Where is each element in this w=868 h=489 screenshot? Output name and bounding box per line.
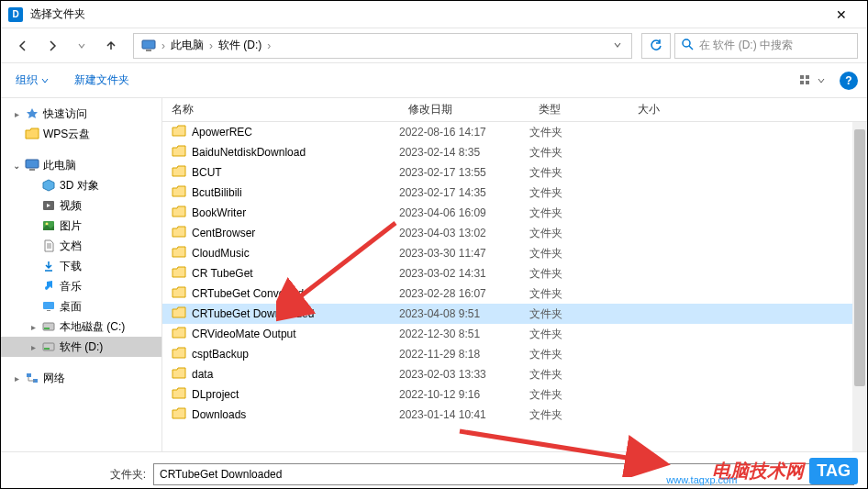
sidebar-music[interactable]: 音乐 bbox=[1, 276, 161, 296]
file-row[interactable]: BaiduNetdiskDownload2023-02-14 8:35文件夹 bbox=[162, 142, 867, 162]
folder-input[interactable] bbox=[153, 463, 854, 485]
file-date: 2022-12-30 8:51 bbox=[399, 328, 529, 340]
file-name: CRVideoMate Output bbox=[192, 328, 296, 340]
sidebar-this-pc[interactable]: ⌄此电脑 bbox=[1, 155, 161, 175]
network-icon bbox=[25, 371, 39, 385]
sidebar-desktop[interactable]: 桌面 bbox=[1, 296, 161, 317]
breadcrumb-sep: › bbox=[209, 39, 213, 52]
file-date: 2023-04-03 13:02 bbox=[399, 227, 529, 239]
file-date: 2023-02-03 13:33 bbox=[399, 368, 529, 381]
file-row[interactable]: CRTubeGet Converted2023-02-28 16:07文件夹 bbox=[162, 283, 867, 304]
organize-menu[interactable]: 组织 bbox=[10, 69, 54, 92]
folder-icon bbox=[172, 306, 186, 322]
file-row[interactable]: csptBackup2022-11-29 8:18文件夹 bbox=[162, 344, 867, 364]
file-row[interactable]: BcutBilibili2023-02-17 14:35文件夹 bbox=[162, 183, 867, 203]
desktop-icon bbox=[41, 299, 56, 314]
file-list[interactable]: ApowerREC2022-08-16 14:17文件夹BaiduNetdisk… bbox=[162, 122, 867, 451]
file-name: BaiduNetdiskDownload bbox=[192, 146, 306, 159]
file-type: 文件夹 bbox=[529, 206, 629, 221]
back-button[interactable] bbox=[10, 33, 36, 59]
folder-icon bbox=[172, 286, 186, 302]
address-bar[interactable]: › 此电脑 › 软件 (D:) › bbox=[133, 33, 632, 59]
file-type: 文件夹 bbox=[529, 226, 629, 241]
svg-rect-20 bbox=[44, 328, 50, 329]
folder-icon bbox=[172, 165, 186, 181]
sidebar-documents[interactable]: 文档 bbox=[1, 236, 161, 256]
navbar: › 此电脑 › 软件 (D:) › 在 软件 (D:) 中搜索 bbox=[1, 28, 867, 63]
column-size[interactable]: 大小 bbox=[629, 102, 702, 117]
sidebar-videos[interactable]: 视频 bbox=[1, 195, 161, 216]
image-icon bbox=[41, 218, 56, 233]
file-name: CloudMusic bbox=[192, 247, 250, 260]
file-row[interactable]: CRVideoMate Output2022-12-30 8:51文件夹 bbox=[162, 324, 867, 344]
sidebar-network[interactable]: ▸网络 bbox=[1, 368, 161, 388]
sidebar-drive-d[interactable]: ▸软件 (D:) bbox=[1, 337, 161, 357]
file-name: BookWriter bbox=[192, 206, 246, 219]
forward-button[interactable] bbox=[39, 33, 65, 59]
file-name: Downloads bbox=[192, 408, 246, 421]
file-row[interactable]: ApowerREC2022-08-16 14:17文件夹 bbox=[162, 122, 867, 142]
folder-icon bbox=[172, 125, 186, 140]
sidebar-wps-cloud[interactable]: WPS云盘 bbox=[1, 124, 161, 144]
file-date: 2023-02-17 13:55 bbox=[399, 166, 529, 179]
column-name[interactable]: 名称 bbox=[162, 102, 399, 117]
close-button[interactable]: ✕ bbox=[823, 1, 860, 28]
download-icon bbox=[41, 259, 56, 273]
svg-rect-18 bbox=[47, 310, 50, 311]
sidebar-3d-objects[interactable]: 3D 对象 bbox=[1, 175, 161, 195]
sidebar-pictures[interactable]: 图片 bbox=[1, 216, 161, 236]
file-row[interactable]: CRTubeGet Downloaded2023-04-08 9:51文件夹 bbox=[162, 304, 867, 324]
svg-rect-7 bbox=[806, 81, 809, 84]
breadcrumb-drive[interactable]: 软件 (D:) bbox=[215, 36, 265, 55]
up-button[interactable] bbox=[98, 33, 124, 59]
file-date: 2023-01-14 10:41 bbox=[399, 408, 529, 421]
file-row[interactable]: data2023-02-03 13:33文件夹 bbox=[162, 364, 867, 384]
view-button[interactable] bbox=[794, 71, 830, 91]
scrollbar-thumb[interactable] bbox=[854, 129, 865, 386]
sidebar-downloads[interactable]: 下载 bbox=[1, 256, 161, 276]
file-type: 文件夹 bbox=[529, 327, 629, 342]
sidebar-quick-access[interactable]: ▸快速访问 bbox=[1, 104, 161, 124]
file-row[interactable]: CR TubeGet2023-03-02 14:31文件夹 bbox=[162, 263, 867, 283]
breadcrumb-sep: › bbox=[267, 39, 271, 52]
file-date: 2022-11-29 8:18 bbox=[399, 348, 529, 361]
refresh-button[interactable] bbox=[641, 33, 671, 59]
drive-icon bbox=[41, 319, 56, 334]
star-icon bbox=[25, 106, 39, 121]
file-row[interactable]: CloudMusic2023-03-30 11:47文件夹 bbox=[162, 243, 867, 263]
recent-dropdown[interactable] bbox=[69, 33, 95, 59]
folder-icon bbox=[25, 127, 39, 141]
file-row[interactable]: Downloads2023-01-14 10:41文件夹 bbox=[162, 405, 867, 425]
file-name: DLproject bbox=[192, 388, 239, 401]
main-area: ▸快速访问 WPS云盘 ⌄此电脑 3D 对象 视频 图片 文档 下载 音乐 桌面… bbox=[1, 98, 867, 451]
sidebar-drive-c[interactable]: ▸本地磁盘 (C:) bbox=[1, 317, 161, 337]
file-row[interactable]: CentBrowser2023-04-03 13:02文件夹 bbox=[162, 223, 867, 243]
file-name: CRTubeGet Downloaded bbox=[192, 307, 314, 320]
file-row[interactable]: BookWriter2023-04-06 16:09文件夹 bbox=[162, 203, 867, 223]
column-type[interactable]: 类型 bbox=[529, 102, 629, 117]
file-name: data bbox=[192, 368, 213, 381]
file-type: 文件夹 bbox=[529, 165, 629, 181]
column-date[interactable]: 修改日期 bbox=[399, 102, 529, 117]
music-icon bbox=[41, 279, 56, 294]
svg-rect-23 bbox=[27, 373, 31, 377]
file-type: 文件夹 bbox=[529, 306, 629, 322]
file-type: 文件夹 bbox=[529, 246, 629, 261]
new-folder-button[interactable]: 新建文件夹 bbox=[69, 69, 135, 92]
file-name: BCUT bbox=[192, 166, 222, 179]
svg-rect-4 bbox=[800, 75, 804, 79]
file-row[interactable]: BCUT2023-02-17 13:55文件夹 bbox=[162, 162, 867, 183]
breadcrumb-pc[interactable]: 此电脑 bbox=[167, 36, 207, 55]
svg-line-3 bbox=[689, 46, 693, 50]
file-name: CRTubeGet Converted bbox=[192, 287, 304, 300]
file-name: csptBackup bbox=[192, 348, 249, 361]
file-date: 2023-02-17 14:35 bbox=[399, 186, 529, 199]
file-type: 文件夹 bbox=[529, 367, 629, 383]
help-button[interactable]: ? bbox=[840, 72, 858, 90]
address-dropdown[interactable] bbox=[607, 39, 628, 52]
scrollbar-vertical[interactable] bbox=[852, 122, 867, 451]
search-box[interactable]: 在 软件 (D:) 中搜索 bbox=[674, 33, 858, 59]
file-date: 2022-08-16 14:17 bbox=[399, 126, 529, 139]
file-row[interactable]: DLproject2022-10-12 9:16文件夹 bbox=[162, 384, 867, 405]
folder-icon bbox=[172, 387, 186, 403]
